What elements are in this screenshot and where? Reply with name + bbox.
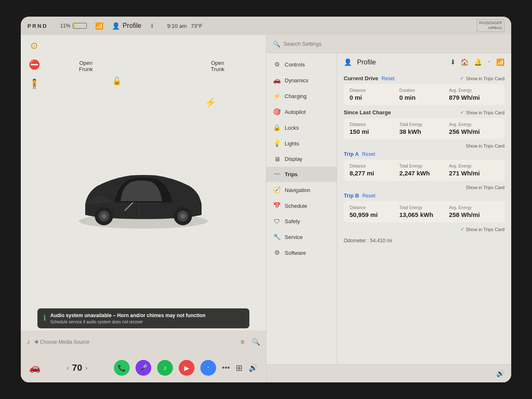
menu-item-dynamics[interactable]: 🚗 Dynamics xyxy=(266,72,337,88)
menu-item-charging[interactable]: ⚡ Charging xyxy=(266,88,337,104)
show-trips-b-bottom-label: Show in Trips Card xyxy=(466,227,505,232)
menu-item-controls[interactable]: ⚙ Controls xyxy=(266,57,337,72)
charging-icon: ⚡ xyxy=(273,92,281,100)
checkmark-slc-icon: ✓ xyxy=(460,110,464,115)
profile-section[interactable]: 👤 Profile xyxy=(112,22,141,30)
tb-distance-value: 50,959 mi xyxy=(350,211,399,218)
warning-subtitle: Schedule service if audio system does no… xyxy=(50,320,205,324)
since-last-charge-title: Since Last Charge xyxy=(344,109,391,116)
ta-distance-value: 8,277 mi xyxy=(350,170,399,177)
menu-item-display[interactable]: 🖥 Display xyxy=(266,151,337,167)
left-panel: ⊙ ⛔ 🧍 OpenFrunk OpenTrunk 🔓 xyxy=(21,35,266,382)
schedule-icon: 📅 xyxy=(273,202,281,209)
profile-header-label: Profile xyxy=(357,59,376,66)
right-panel: 🔍 ⚙ Controls 🚗 Dynamics ⚡ Ch xyxy=(266,35,511,382)
trip-b-show-trips[interactable]: Show in Trips Card xyxy=(344,185,505,190)
ta-avg-energy: Avg. Energy 271 Wh/mi xyxy=(449,164,499,177)
locks-icon: 🔒 xyxy=(273,124,281,131)
profile-header-icon: 👤 xyxy=(344,58,352,66)
profile-label: Profile xyxy=(123,22,141,30)
software-label: Software xyxy=(285,250,306,256)
tb-energy-label: Total Energy xyxy=(399,205,449,210)
avg-energy-value: 879 Wh/mi xyxy=(449,94,499,101)
tb-avg-energy-label: Avg. Energy xyxy=(449,205,499,210)
play-button[interactable]: ▶ xyxy=(179,360,195,376)
car-svg xyxy=(60,134,227,250)
since-last-charge-header: Since Last Charge ✓ Show in Trips Card xyxy=(344,109,505,116)
distance-label: Distance xyxy=(350,88,399,93)
show-trips-label: Show in Trips Card xyxy=(466,76,505,81)
eq-icon[interactable]: ≡ xyxy=(241,338,244,346)
slc-energy-value: 38 kWh xyxy=(399,128,449,135)
trip-b-stats: Distance 50,959 mi Total Energy 13,065 k… xyxy=(350,205,499,218)
spotify-button[interactable]: ♪ xyxy=(157,360,173,376)
slc-energy-label: Total Energy xyxy=(399,122,449,127)
show-trips-slc-label: Show in Trips Card xyxy=(466,110,505,115)
menu-item-lights[interactable]: 💡 Lights xyxy=(266,135,337,151)
home-header-icon[interactable]: 🏠 xyxy=(461,58,469,66)
tb-energy-value: 13,065 kWh xyxy=(399,211,449,218)
current-drive-stats: Distance 0 mi Duration 0 min Avg. Energy… xyxy=(350,88,499,101)
menu-item-locks[interactable]: 🔒 Locks xyxy=(266,120,337,135)
trips-content: 👤 Profile ⬇ 🏠 🔔 ᛫ 📶 Current Drive xyxy=(337,53,511,364)
profile-person-icon: 👤 xyxy=(112,22,120,30)
download-icon: ⬇ xyxy=(150,22,155,29)
volume-status-icon[interactable]: 🔊 xyxy=(496,369,505,377)
grid-icon[interactable]: ⊞ xyxy=(236,363,243,373)
checkmark-icon: ✓ xyxy=(460,76,464,81)
safety-label: Safety xyxy=(285,218,300,224)
bluetooth-button[interactable]: ᛫ xyxy=(200,360,216,376)
trip-a-reset[interactable]: Reset xyxy=(362,151,375,157)
controls-icon: ⚙ xyxy=(273,61,281,68)
menu-item-trips[interactable]: 〰 Trips xyxy=(266,167,337,182)
menu-item-autopilot[interactable]: 🎯 Autopilot xyxy=(266,104,337,120)
since-charge-show-check[interactable]: ✓ Show in Trips Card xyxy=(460,110,505,115)
trips-icon: 〰 xyxy=(273,171,281,178)
trip-b-title: Trip B xyxy=(344,192,359,199)
current-drive-reset[interactable]: Reset xyxy=(382,76,394,81)
bluetooth-header-icon[interactable]: ᛫ xyxy=(487,59,491,66)
trip-a-stats: Distance 8,277 mi Total Energy 2,247 kWh… xyxy=(350,164,499,177)
signal-header-icon[interactable]: 📶 xyxy=(496,58,505,66)
media-source-label[interactable]: ✱ Choose Media Source xyxy=(34,339,236,345)
battery-percent: 11% xyxy=(60,23,70,29)
trip-a-show-trips[interactable]: Show in Trips Card xyxy=(344,143,505,148)
download-header-icon[interactable]: ⬇ xyxy=(450,58,456,66)
menu-item-software[interactable]: ⚙ Software xyxy=(266,245,337,261)
top-status-bar: PRND 11% 📶 👤 Profile ⬇ 9:10 am 73°F PASS… xyxy=(21,17,511,35)
settings-menu: ⚙ Controls 🚗 Dynamics ⚡ Charging 🎯 Autop… xyxy=(266,53,337,364)
schedule-label: Schedule xyxy=(285,203,307,209)
menu-item-service[interactable]: 🔧 Service xyxy=(266,229,337,245)
tb-avg-energy-value: 258 Wh/mi xyxy=(449,211,499,218)
more-options-icon[interactable]: ••• xyxy=(222,364,230,372)
trip-b-show-trips-bottom[interactable]: ✓ Show in Trips Card xyxy=(344,227,505,232)
menu-item-schedule[interactable]: 📅 Schedule xyxy=(266,198,337,214)
music-note-icon: ♪ xyxy=(27,337,30,346)
current-drive-show-check[interactable]: ✓ Show in Trips Card xyxy=(460,76,505,81)
trip-a-title: Trip A xyxy=(344,151,359,157)
search-media-icon[interactable]: 🔍 xyxy=(252,338,260,346)
current-time: 9:10 am xyxy=(167,23,187,29)
bell-header-icon[interactable]: 🔔 xyxy=(474,58,482,66)
ta-energy-label: Total Energy xyxy=(399,164,449,168)
media-bar: ♪ ✱ Choose Media Source ≡ 🔍 xyxy=(21,330,266,353)
trip-b-header: Trip B Reset xyxy=(344,192,505,199)
dynamics-label: Dynamics xyxy=(285,77,308,84)
speed-down-arrow: ‹ xyxy=(67,365,69,371)
menu-item-navigation[interactable]: 🧭 Navigation xyxy=(266,182,337,198)
phone-button[interactable]: 📞 xyxy=(114,360,130,376)
svg-point-7 xyxy=(180,214,185,219)
stat-avg-energy: Avg. Energy 879 Wh/mi xyxy=(449,88,499,101)
search-input[interactable] xyxy=(283,41,505,47)
trip-b-reset[interactable]: Reset xyxy=(362,193,375,199)
voice-button[interactable]: 🎤 xyxy=(135,360,151,376)
slc-avg-energy-label: Avg. Energy xyxy=(449,122,499,127)
svg-point-4 xyxy=(101,214,106,219)
bottom-bar: 🚗 ‹ 70 › 📞 🎤 ♪ ▶ ᛫ ••• ⊞ 🔊 xyxy=(21,353,266,382)
car-status-icons: ⊙ ⛔ 🧍 xyxy=(27,39,41,91)
car-menu-icon[interactable]: 🚗 xyxy=(29,362,40,373)
volume-icon[interactable]: 🔊 xyxy=(249,363,258,372)
tesla-screen: PRND 11% 📶 👤 Profile ⬇ 9:10 am 73°F PASS… xyxy=(21,17,511,382)
slc-distance: Distance 150 mi xyxy=(350,122,399,135)
menu-item-safety[interactable]: 🛡 Safety xyxy=(266,214,337,229)
